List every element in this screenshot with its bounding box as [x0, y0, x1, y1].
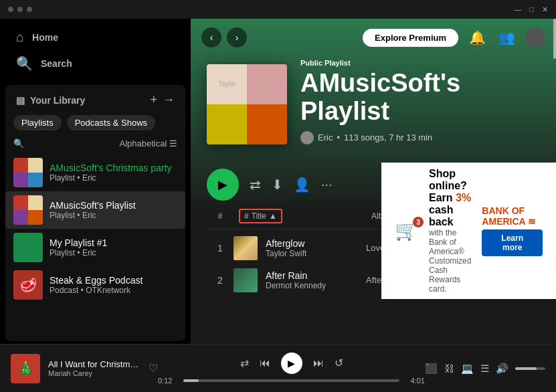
cover-cell: [28, 210, 43, 225]
ad-headline: Shop online? Earn 3% cash back: [429, 168, 471, 228]
previous-control[interactable]: ⏮: [260, 357, 270, 369]
sidebar-nav: ⌂ Home 🔍 Search: [0, 19, 191, 82]
play-pause-button[interactable]: ▶: [281, 353, 302, 374]
back-button[interactable]: ‹: [201, 27, 221, 47]
playlist-meta: Playlist • Eric: [50, 248, 177, 258]
playlist-name: My Playlist #1: [50, 237, 177, 248]
sort-label[interactable]: Alphabetical ☰: [120, 138, 177, 149]
cover-cell: [13, 210, 28, 225]
playlist-cover-myplaylist: [13, 233, 43, 262]
bank-name: BANK OF AMERICA ≋: [482, 205, 543, 227]
owner-name: Eric: [318, 132, 333, 142]
title-sort-cell[interactable]: # Title ▲: [239, 209, 282, 223]
sidebar-item-search[interactable]: 🔍 Search: [8, 50, 183, 77]
playlist-cover-podcast: 🥩: [13, 270, 43, 300]
track-number: 1: [207, 243, 234, 254]
filter-tab-podcasts[interactable]: Podcasts & Shows: [67, 115, 155, 130]
playlist-info: AMusicSoft's Christmas party Playlist • …: [50, 163, 177, 183]
play-button[interactable]: ▶: [207, 169, 239, 201]
cover-cell: [13, 173, 28, 187]
volume-bar[interactable]: [515, 367, 545, 370]
playlist-title: AMusicSoft's Playlist: [300, 70, 540, 126]
progress-bar[interactable]: [183, 379, 399, 382]
volume-icon[interactable]: 🔊: [496, 363, 508, 375]
lyrics-button[interactable]: ☰: [480, 363, 489, 375]
shuffle-control[interactable]: ⇄: [240, 357, 249, 369]
hero-info: Public Playlist AMusicSoft's Playlist Er…: [300, 59, 540, 144]
explore-premium-button[interactable]: Explore Premium: [363, 29, 458, 47]
track-name: After Rain: [266, 270, 366, 281]
cover-cell-tl: Taylor: [207, 64, 247, 104]
track-artist: Dermot Kennedy: [266, 281, 366, 290]
close-button[interactable]: ✕: [542, 5, 548, 14]
playlist-meta: Playlist • Eric: [50, 211, 177, 220]
maximize-button[interactable]: □: [529, 5, 534, 14]
sidebar-item-home[interactable]: ⌂ Home: [8, 24, 183, 50]
playlist-info: AMusicSoft's Playlist Playlist • Eric: [50, 200, 177, 220]
ad-learn-more-button[interactable]: Learn more: [482, 229, 543, 256]
devices-button[interactable]: 💻: [461, 363, 474, 375]
player-track-info: All I Want for Christmas Is Yo... Mariah…: [48, 359, 141, 377]
col-header-num: #: [207, 206, 234, 229]
add-user-button[interactable]: 👤: [294, 177, 310, 193]
ad-badge: 3: [413, 217, 424, 227]
playlist-meta: Playlist • Eric: [50, 173, 177, 183]
forward-button[interactable]: ›: [227, 27, 247, 47]
player-left: 🎄 All I Want for Christmas Is Yo... Mari…: [11, 354, 158, 383]
nav-arrows: ‹ ›: [201, 27, 247, 47]
track-artist: Taylor Swift: [266, 249, 366, 258]
download-button[interactable]: ⬇: [272, 177, 283, 193]
expand-library-button[interactable]: →: [163, 93, 175, 107]
add-playlist-button[interactable]: +: [150, 93, 157, 107]
sidebar-item-label-home: Home: [32, 32, 58, 43]
list-item[interactable]: 🥩 Steak & Eggs Podcast Podcast • OTKnetw…: [5, 266, 185, 304]
cover-cell: [13, 158, 28, 173]
ad-cart-icon: 🛒 3: [395, 219, 418, 241]
sort-arrow-icon: ▲: [269, 211, 277, 221]
list-item[interactable]: AMusicSoft's Christmas party Playlist • …: [5, 154, 185, 191]
playlist-type: Public Playlist: [300, 59, 540, 67]
search-sort-bar: 🔍 Alphabetical ☰: [5, 136, 185, 154]
list-item[interactable]: AMusicSoft's Playlist Playlist • Eric: [5, 191, 185, 229]
playlist-name: Steak & Eggs Podcast: [50, 275, 177, 286]
library-search-icon[interactable]: 🔍: [13, 138, 24, 149]
playlist-info: My Playlist #1 Playlist • Eric: [50, 237, 177, 258]
playlist-meta: Podcast • OTKnetwork: [50, 286, 177, 295]
player-right: ⬛ ⛓ 💻 ☰ 🔊: [425, 363, 545, 375]
volume-fill: [515, 367, 537, 370]
more-options-button[interactable]: ···: [321, 177, 333, 192]
player-track-artist: Mariah Carey: [48, 369, 141, 377]
track-thumbnail: [234, 236, 258, 260]
queue-button[interactable]: ⛓: [444, 363, 454, 374]
cover-cell-tr: [247, 64, 287, 104]
list-item[interactable]: My Playlist #1 Playlist • Eric: [5, 229, 185, 266]
cover-cell-bl: [207, 104, 247, 144]
playback-controls: ⇄ ⏮ ▶ ⏭ ↺: [240, 353, 343, 374]
cover-cell-br: [247, 104, 287, 144]
shuffle-button[interactable]: ⇄: [250, 177, 261, 193]
minimize-button[interactable]: —: [514, 5, 521, 14]
library-section: ▤ Your Library + → Playlists Podcasts & …: [5, 85, 185, 341]
col-header-title[interactable]: # Title ▲: [234, 206, 366, 229]
title-bar: — □ ✕: [0, 0, 556, 19]
cover-cell: [13, 248, 28, 262]
filter-tab-playlists[interactable]: Playlists: [13, 115, 62, 130]
track-info: Afterglow Taylor Swift: [266, 238, 366, 258]
current-time: 0:12: [158, 377, 178, 385]
main-header: ‹ › Explore Premium 🔔 👥: [191, 19, 556, 56]
title-label: Title: [252, 211, 266, 221]
now-playing-view-button[interactable]: ⬛: [425, 363, 438, 375]
notifications-button[interactable]: 🔔: [466, 27, 488, 48]
dot-2: [17, 7, 23, 12]
window-controls[interactable]: — □ ✕: [514, 5, 548, 14]
repeat-control[interactable]: ↺: [335, 357, 343, 369]
cover-cell: [13, 233, 28, 248]
owner-avatar: [300, 131, 314, 144]
like-button[interactable]: ♡: [149, 362, 158, 375]
user-avatar[interactable]: [525, 27, 545, 47]
next-control[interactable]: ⏭: [313, 357, 324, 369]
friends-button[interactable]: 👥: [496, 27, 517, 48]
playlist-list: AMusicSoft's Christmas party Playlist • …: [5, 154, 185, 341]
playlist-cover-main: [13, 195, 43, 225]
sort-icon: ☰: [169, 138, 177, 149]
